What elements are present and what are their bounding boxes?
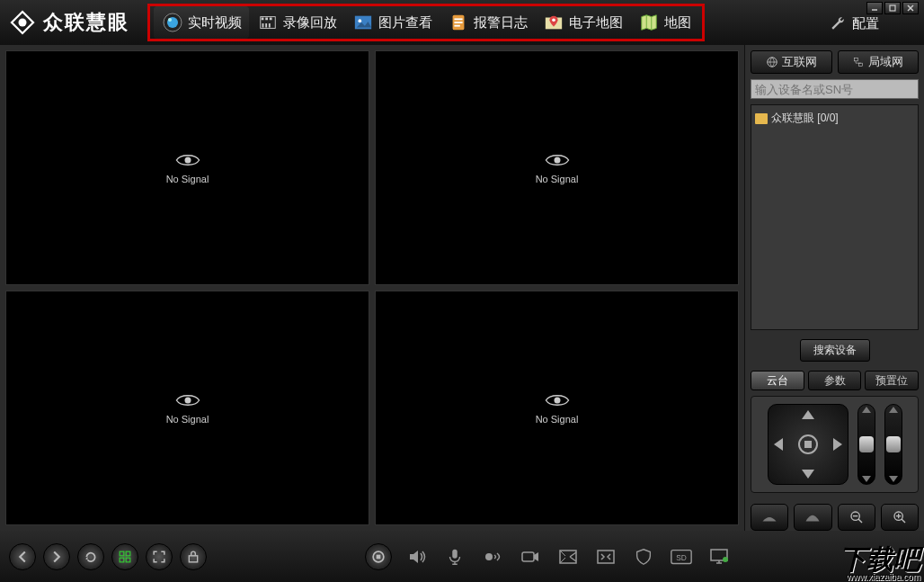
folder-icon — [755, 113, 768, 124]
zoom-in-icon — [893, 510, 907, 524]
main-area: No Signal No Signal No Signal No Signal … — [0, 45, 924, 531]
svg-rect-41 — [377, 554, 381, 559]
close-button[interactable] — [902, 2, 919, 14]
svg-rect-44 — [522, 552, 534, 561]
video-cell-2[interactable]: No Signal — [375, 50, 739, 285]
image-icon — [351, 11, 375, 34]
logo-icon — [9, 9, 36, 36]
video-cell-4[interactable]: No Signal — [375, 291, 739, 525]
svg-point-1 — [19, 19, 27, 27]
monitor-button[interactable] — [706, 544, 732, 569]
svg-rect-46 — [598, 551, 614, 563]
tab-preset[interactable]: 预置位 — [865, 371, 919, 390]
shield-button[interactable] — [631, 544, 656, 569]
svg-point-4 — [168, 18, 172, 22]
ptz-stop[interactable] — [798, 434, 818, 454]
snapshot-button[interactable] — [555, 544, 581, 569]
ptz-up[interactable] — [802, 410, 814, 419]
app-title: 众联慧眼 — [43, 9, 129, 36]
eye-icon — [545, 152, 570, 168]
globe-icon — [766, 56, 778, 68]
record-button[interactable] — [365, 543, 392, 570]
sd-button[interactable]: SD — [669, 544, 694, 569]
window-controls — [866, 2, 919, 14]
lock-button[interactable] — [180, 543, 207, 570]
camera-lens-icon — [161, 11, 184, 34]
svg-point-22 — [554, 157, 560, 163]
svg-point-24 — [554, 397, 560, 403]
video-cell-3[interactable]: No Signal — [5, 291, 369, 525]
svg-rect-42 — [452, 549, 458, 558]
grid-layout-button[interactable] — [111, 543, 138, 570]
nav-live-video[interactable]: 实时视频 — [154, 6, 249, 39]
focus-far-button[interactable] — [794, 504, 831, 531]
fullscreen-button[interactable] — [146, 543, 173, 570]
wrench-icon — [829, 14, 847, 32]
video-cell-1[interactable]: No Signal — [5, 50, 369, 285]
clipboard-icon — [447, 11, 470, 34]
cycle-button[interactable] — [77, 543, 104, 570]
ptz-left[interactable] — [774, 438, 783, 451]
focus-far-icon — [804, 511, 821, 524]
svg-rect-14 — [454, 25, 459, 27]
next-page-button[interactable] — [43, 543, 70, 570]
svg-point-16 — [552, 18, 555, 22]
prev-page-button[interactable] — [9, 543, 36, 570]
search-device-button[interactable]: 搜索设备 — [800, 339, 870, 362]
nav-alarm-log[interactable]: 报警日志 — [440, 6, 535, 39]
svg-text:SD: SD — [676, 552, 687, 561]
ptz-zoom-slider[interactable] — [884, 404, 902, 485]
focus-near-button[interactable] — [751, 504, 788, 531]
svg-rect-13 — [454, 22, 462, 23]
video-grid: No Signal No Signal No Signal No Signal — [0, 45, 744, 531]
ptz-down[interactable] — [802, 470, 814, 479]
zoom-out-button[interactable] — [838, 504, 875, 531]
device-search-input[interactable] — [751, 79, 919, 99]
ptz-dpad — [768, 404, 848, 485]
ratio-button[interactable] — [593, 544, 618, 569]
device-search — [751, 79, 919, 99]
ptz-right[interactable] — [833, 438, 842, 451]
svg-point-50 — [723, 557, 728, 562]
media-controls: SD — [365, 543, 732, 570]
svg-rect-12 — [454, 18, 462, 20]
tab-lan[interactable]: 局域网 — [838, 50, 920, 74]
nav-map[interactable]: 地图 — [630, 6, 698, 39]
svg-rect-26 — [855, 58, 858, 61]
svg-point-10 — [359, 19, 362, 22]
svg-rect-39 — [189, 555, 197, 561]
app-logo: 众联慧眼 — [0, 9, 138, 36]
nav-image-view[interactable]: 图片查看 — [344, 6, 440, 39]
svg-rect-7 — [265, 18, 268, 21]
svg-rect-6 — [262, 18, 264, 21]
volume-button[interactable] — [404, 544, 430, 569]
svg-rect-8 — [270, 18, 272, 21]
broadcast-button[interactable] — [480, 544, 505, 569]
tab-ptz[interactable]: 云台 — [751, 371, 804, 390]
lan-icon — [852, 56, 865, 68]
ptz-speed-slider[interactable] — [857, 404, 875, 485]
network-tabs: 互联网 局域网 — [751, 50, 919, 74]
tab-param[interactable]: 参数 — [808, 371, 862, 390]
bottom-toolbar: SD 下载吧 www.xiazaiba.com — [0, 531, 924, 582]
tree-root-item[interactable]: 众联慧眼 [0/0] — [755, 109, 914, 128]
tab-internet[interactable]: 互联网 — [751, 50, 832, 74]
eye-icon — [175, 392, 200, 408]
record-video-button[interactable] — [518, 544, 543, 569]
side-panel: 互联网 局域网 众联慧眼 [0/0] 搜索设备 云台 参数 预置位 — [744, 45, 924, 531]
settings-button[interactable]: 配置 — [829, 14, 879, 32]
ptz-panel — [751, 396, 919, 493]
minimize-button[interactable] — [866, 2, 883, 14]
zoom-in-button[interactable] — [881, 504, 919, 531]
device-tree: 众联慧眼 [0/0] — [751, 104, 919, 330]
svg-rect-27 — [859, 63, 863, 67]
mic-button[interactable] — [442, 544, 467, 569]
svg-point-23 — [184, 397, 191, 403]
zoom-out-icon — [849, 510, 864, 524]
nav-emap[interactable]: 电子地图 — [535, 6, 630, 39]
nav-playback[interactable]: 录像回放 — [249, 6, 344, 39]
svg-point-43 — [485, 553, 493, 560]
maximize-button[interactable] — [884, 2, 901, 14]
svg-point-21 — [184, 157, 191, 163]
svg-rect-37 — [120, 558, 124, 562]
